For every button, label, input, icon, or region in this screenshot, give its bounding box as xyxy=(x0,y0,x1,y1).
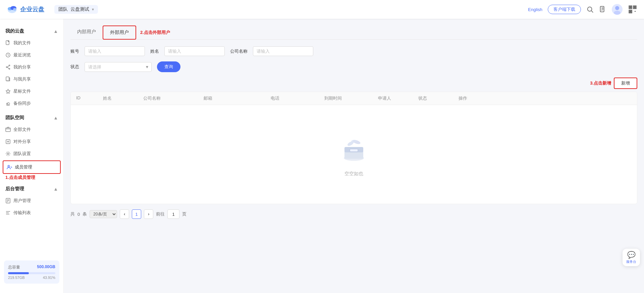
my-files-label: 我的文件 xyxy=(13,40,31,46)
page-input[interactable] xyxy=(167,209,179,219)
recent-icon xyxy=(5,52,11,58)
storage-pct: 43.91% xyxy=(43,276,55,280)
svg-point-34 xyxy=(7,153,9,155)
col-company: 公司名称 xyxy=(143,95,204,101)
service-label: 服务台 xyxy=(626,259,636,264)
page-size-select[interactable]: 20条/页 50条/页 100条/页 xyxy=(90,210,117,218)
search-button[interactable]: 查询 xyxy=(157,61,180,72)
collapse-icon[interactable]: ▲ xyxy=(53,29,58,34)
svg-point-35 xyxy=(8,165,10,167)
service-button[interactable]: 💬 服务台 xyxy=(623,249,640,266)
prev-page-button[interactable]: ‹ xyxy=(120,209,129,219)
backup-icon xyxy=(5,101,11,106)
storage-total-value: 500.00GB xyxy=(37,264,55,270)
sidebar-item-external-share[interactable]: 对外分享 xyxy=(0,136,63,148)
svg-rect-16 xyxy=(634,7,636,8)
svg-point-10 xyxy=(615,6,619,10)
header-right: English 客户端下载 xyxy=(528,4,637,15)
sidebar-item-my-files[interactable]: 我的文件 xyxy=(0,37,63,49)
my-share-label: 我的分享 xyxy=(13,64,31,70)
storage-bar-background xyxy=(8,272,55,274)
layout: 我的云盘 ▲ 我的文件 最近浏览 我的分享 与我共享 星标文件 备份同步 团 xyxy=(0,19,644,293)
current-page: 1 xyxy=(132,209,141,219)
sidebar-item-transfer[interactable]: 传输列表 xyxy=(0,207,63,219)
svg-rect-15 xyxy=(630,7,631,8)
ext-share-icon xyxy=(5,139,11,144)
user-mgmt-icon xyxy=(5,198,11,203)
name-input[interactable] xyxy=(164,46,225,56)
backend-label: 后台管理 xyxy=(5,186,24,192)
svg-rect-17 xyxy=(630,11,631,12)
sidebar-item-user-mgmt[interactable]: 用户管理 xyxy=(0,195,63,207)
member-mgmt-label: 成员管理 xyxy=(15,164,32,170)
storage-bar-fill xyxy=(8,272,29,274)
svg-rect-32 xyxy=(6,128,10,132)
new-button[interactable]: 新增 xyxy=(614,78,637,89)
svg-point-11 xyxy=(614,11,621,15)
tab-internal-user[interactable]: 内部用户 xyxy=(70,26,103,40)
logo-icon xyxy=(7,4,17,15)
next-page-button[interactable]: › xyxy=(144,209,153,219)
team-label: 团队 xyxy=(58,6,68,12)
header: 企业云盘 团队 云盘测试 ▾ English 客户端下载 xyxy=(0,0,644,19)
sidebar-item-backup[interactable]: 备份同步 xyxy=(0,97,63,109)
qr-icon[interactable] xyxy=(628,5,637,14)
external-share-label: 对外分享 xyxy=(13,139,31,145)
new-btn-row: 3.点击新增 新增 xyxy=(70,78,637,89)
sidebar: 我的云盘 ▲ 我的文件 最近浏览 我的分享 与我共享 星标文件 备份同步 团 xyxy=(0,19,64,293)
col-applicant: 申请人 xyxy=(378,95,418,101)
sidebar-item-member-mgmt[interactable]: 成员管理 xyxy=(3,160,61,174)
transfer-label: 传输列表 xyxy=(13,210,31,216)
goto-label: 前往 xyxy=(156,211,165,217)
total-prefix: 共 xyxy=(70,211,75,217)
document-icon[interactable] xyxy=(599,6,606,13)
svg-rect-31 xyxy=(7,104,9,105)
col-status: 状态 xyxy=(418,95,459,101)
sidebar-item-shared-with-me[interactable]: 与我共享 xyxy=(0,73,63,85)
avatar[interactable] xyxy=(612,4,623,15)
language-toggle[interactable]: English xyxy=(528,7,542,12)
team-collapse-icon[interactable]: ▲ xyxy=(53,115,58,120)
status-select[interactable]: 请选择 xyxy=(85,62,152,72)
tab-external-user[interactable]: 外部用户 xyxy=(103,26,136,40)
settings-icon xyxy=(5,151,11,156)
all-files-label: 全部文件 xyxy=(13,127,31,133)
annotation-1: 1.点击成员管理 xyxy=(5,175,63,181)
member-icon xyxy=(7,164,12,170)
sidebar-item-recent[interactable]: 最近浏览 xyxy=(0,49,63,61)
data-table: ID 姓名 公司名称 邮箱 电话 到期时间 申请人 状态 操作 xyxy=(70,92,637,204)
svg-point-3 xyxy=(13,8,16,11)
storage-total-label: 总容量 xyxy=(8,264,20,270)
sidebar-item-team-settings[interactable]: 团队设置 xyxy=(0,148,63,160)
account-input[interactable] xyxy=(85,46,145,56)
download-client-button[interactable]: 客户端下载 xyxy=(548,5,581,14)
table-header-row: ID 姓名 公司名称 邮箱 电话 到期时间 申请人 状态 操作 xyxy=(71,92,637,105)
empty-text: 空空如也 xyxy=(344,171,363,177)
team-selector[interactable]: 团队 云盘测试 ▾ xyxy=(54,5,98,14)
star-icon xyxy=(5,89,11,94)
col-name: 姓名 xyxy=(103,95,143,101)
team-space-section: 团队空间 ▲ xyxy=(0,112,63,124)
company-input[interactable] xyxy=(253,46,313,56)
all-files-icon xyxy=(5,127,11,132)
svg-point-49 xyxy=(351,140,357,143)
col-phone: 电话 xyxy=(271,95,324,101)
share-icon xyxy=(5,64,11,70)
sidebar-item-all-files[interactable]: 全部文件 xyxy=(0,124,63,136)
storage-used-value: 219.57GB xyxy=(8,276,25,280)
storage-used-row: 219.57GB 43.91% xyxy=(8,276,55,280)
sidebar-item-my-share[interactable]: 我的分享 xyxy=(0,61,63,73)
svg-rect-46 xyxy=(350,149,358,152)
name-label: 姓名 xyxy=(150,48,159,54)
backend-collapse-icon[interactable]: ▲ xyxy=(53,186,58,192)
pagination: 共 0 条 20条/页 50条/页 100条/页 ‹ 1 › 前往 页 xyxy=(70,209,637,219)
total-unit: 条 xyxy=(83,211,87,217)
status-select-wrap: 请选择 xyxy=(85,62,152,72)
main-content: 内部用户 外部用户 2.点击外部用户 账号 姓名 公司名称 状态 请选择 xyxy=(64,19,644,293)
svg-point-27 xyxy=(6,67,7,68)
sidebar-item-starred[interactable]: 星标文件 xyxy=(0,85,63,97)
search-icon[interactable] xyxy=(586,6,594,13)
svg-marker-30 xyxy=(6,89,10,93)
team-name: 云盘测试 xyxy=(70,6,89,12)
app-logo: 企业云盘 xyxy=(7,4,44,15)
